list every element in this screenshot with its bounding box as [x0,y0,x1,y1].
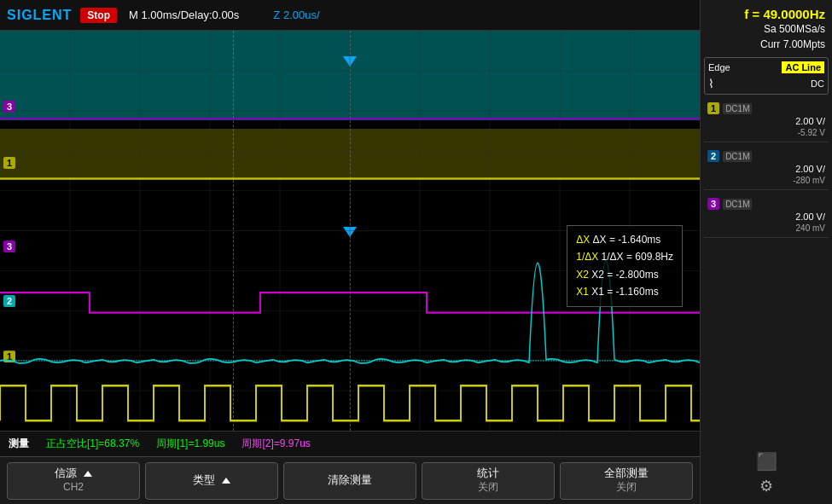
curr-info: Curr 7.00Mpts [704,37,829,52]
ch2-label-mid: 2 [3,295,15,307]
button-bar: 信源 CH2 类型 清除测量 统计 关闭 全部测量 关闭 [0,456,700,504]
right-panel: f = 49.0000Hz Sa 500MSa/s Curr 7.00Mpts … [700,0,832,504]
trigger-section: Edge AC Line ⌇ DC [704,57,829,95]
measurement-bar: 测量 正占空比[1]=68.37% 周期[1]=1.99us 周期[2]=9.9… [0,431,700,456]
settings-icon[interactable]: ⚙ [759,477,773,495]
zoom-info: Z 2.00us/ [273,9,319,21]
ch2-offset: -280 mV [793,176,825,185]
right-bottom: ⬛ ⚙ [704,446,829,501]
dx-value: ΔX ΔX = -1.640ms [576,231,673,248]
logo: SIGLENT [7,8,72,23]
stats-button[interactable]: 统计 关闭 [422,462,555,500]
trigger-dc-label: DC [811,78,824,89]
ch2-info-block: 2 DC1M 2.00 V/ -280 mV [704,148,829,190]
ch1-label-bot: 1 [3,350,15,362]
meas-period-ch1: 周期[1]=1.99us [156,437,224,451]
all-meas-button[interactable]: 全部测量 关闭 [560,462,693,500]
ch3-volts: 2.00 V/ [795,211,825,222]
ch2-badge: 2 [707,150,719,162]
ch1-info-block: 1 DC1M 2.00 V/ -5.92 V [704,100,829,142]
measurement-overlay: ΔX ΔX = -1.640ms 1/ΔX 1/ΔX = 609.8Hz X2 … [567,225,683,307]
trigger-ac-badge: AC Line [782,61,824,73]
ch1-badge: 1 [707,102,719,114]
cursor-line-1 [233,31,234,431]
x1-value: X1 X1 = -1.160ms [576,283,673,300]
ch3-label-top: 3 [3,101,15,113]
ch2-volts: 2.00 V/ [795,164,825,174]
timebase-info: M 1.00ms/Delay:0.00s [129,9,239,21]
inv-dx-value: 1/ΔX 1/ΔX = 609.8Hz [576,248,673,265]
x2-value: X2 X2 = -2.800ms [576,266,673,283]
trigger-edge-icon: ⌇ [708,77,714,90]
usb-icon: ⬛ [756,451,777,472]
meas-duty-cycle: 正占空比[1]=68.37% [46,437,139,451]
source-button[interactable]: 信源 CH2 [7,462,140,500]
clear-meas-button[interactable]: 清除测量 [283,462,416,500]
ch1-label-top: 1 [3,157,15,169]
cursor-line-2 [350,31,351,431]
meas-period-ch2: 周期[2]=9.97us [241,437,310,451]
main-oscilloscope-area: SIGLENT Stop M 1.00ms/Delay:0.00s Z 2.00… [0,0,700,504]
waveform-area: 3 1 3 2 1 [0,31,700,431]
ch3-badge: 3 [707,198,719,210]
ch3-label-mid: 3 [3,240,15,252]
sa-info: Sa 500MSa/s [704,21,829,37]
type-button[interactable]: 类型 [145,462,278,500]
ch2-coupling: DC1M [723,151,752,162]
trigger-type-label: Edge [708,62,730,72]
freq-display: f = 49.0000Hz [704,3,829,21]
header-bar: SIGLENT Stop M 1.00ms/Delay:0.00s Z 2.00… [0,0,700,31]
meas-bar-title: 测量 [9,437,29,451]
ch1-coupling: DC1M [723,103,752,114]
ch3-coupling: DC1M [723,199,752,210]
ch1-offset: -5.92 V [798,128,825,137]
ch1-volts: 2.00 V/ [795,116,825,126]
ch3-offset: 240 mV [796,223,825,233]
ch3-info-block: 3 DC1M 2.00 V/ 240 mV [704,195,829,238]
status-badge: Stop [80,8,117,23]
